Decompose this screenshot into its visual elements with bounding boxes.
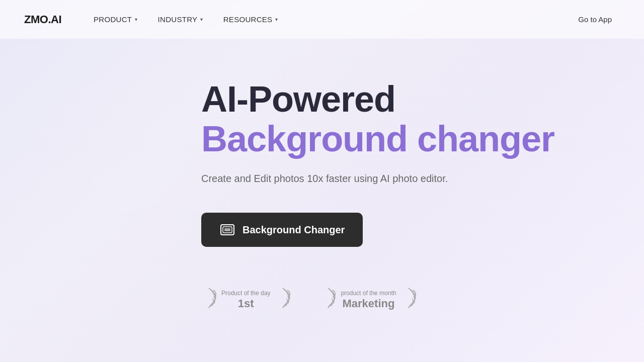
navbar: ZMO.AI PRODUCT ▾ INDUSTRY ▾ RESOURCES ▾ … xyxy=(0,0,644,39)
laurel-left-icon xyxy=(201,287,216,313)
chevron-down-icon: ▾ xyxy=(135,17,137,22)
badge-day-value: 1st xyxy=(238,297,254,310)
go-to-app-button[interactable]: Go to App xyxy=(570,11,620,28)
hero-title-line2: Background changer xyxy=(201,119,554,159)
nav-left: ZMO.AI PRODUCT ▾ INDUSTRY ▾ RESOURCES ▾ xyxy=(24,11,286,28)
nav-item-industry[interactable]: INDUSTRY ▾ xyxy=(150,11,211,28)
laurel-left-icon-2 xyxy=(320,287,336,313)
cta-label: Background Changer xyxy=(243,224,345,236)
badge-product-month: product of the month Marketing xyxy=(320,287,416,313)
hero-section: AI-Powered Background changer Create and… xyxy=(0,39,644,362)
nav-product-label: PRODUCT xyxy=(94,15,132,24)
logo[interactable]: ZMO.AI xyxy=(24,13,61,26)
nav-item-product[interactable]: PRODUCT ▾ xyxy=(86,11,146,28)
background-changer-icon xyxy=(219,222,235,238)
badge-month-content: product of the month Marketing xyxy=(338,290,399,310)
background-changer-button[interactable]: Background Changer xyxy=(201,213,363,247)
hero-subtitle: Create and Edit photos 10x faster using … xyxy=(201,173,448,185)
badge-day-content: Product of the day 1st xyxy=(218,290,273,310)
chevron-down-icon: ▾ xyxy=(200,17,203,22)
badge-row: Product of the day 1st xyxy=(201,287,416,313)
badge-day-label: Product of the day xyxy=(221,290,270,297)
badge-month-value: Marketing xyxy=(342,297,394,310)
chevron-down-icon: ▾ xyxy=(275,17,278,22)
nav-industry-label: INDUSTRY xyxy=(158,15,198,24)
nav-menu: PRODUCT ▾ INDUSTRY ▾ RESOURCES ▾ xyxy=(86,11,286,28)
badge-month-label: product of the month xyxy=(341,290,396,297)
laurel-right-icon xyxy=(275,287,290,313)
nav-item-resources[interactable]: RESOURCES ▾ xyxy=(215,11,286,28)
svg-rect-2 xyxy=(224,228,230,231)
nav-resources-label: RESOURCES xyxy=(223,15,273,24)
hero-title-line1: AI-Powered xyxy=(201,79,395,119)
badge-product-day: Product of the day 1st xyxy=(201,287,290,313)
laurel-right-icon-2 xyxy=(401,287,416,313)
